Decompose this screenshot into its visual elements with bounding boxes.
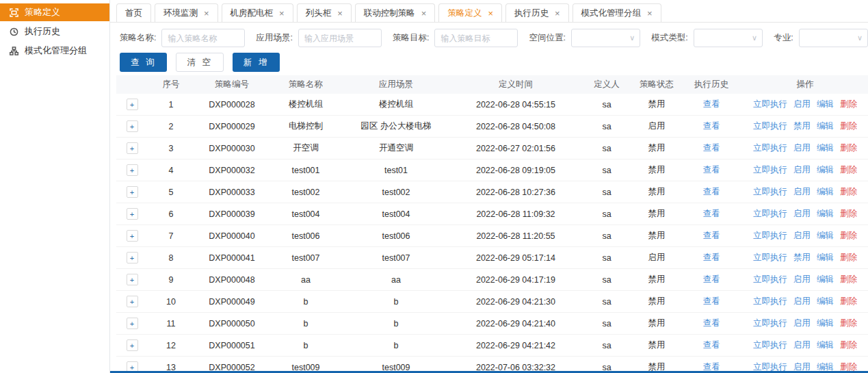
- expand-row-button[interactable]: +: [127, 230, 138, 242]
- sidebar-item-sitemap[interactable]: 模式化管理分组: [0, 42, 109, 60]
- edit-link[interactable]: 编辑: [817, 296, 834, 307]
- execute-now-link[interactable]: 立即执行: [753, 318, 787, 329]
- delete-link[interactable]: 删除: [840, 230, 857, 242]
- view-history-link[interactable]: 查看: [703, 362, 720, 372]
- execute-now-link[interactable]: 立即执行: [753, 230, 787, 242]
- view-history-link[interactable]: 查看: [703, 296, 720, 306]
- edit-link[interactable]: 编辑: [817, 318, 834, 329]
- delete-link[interactable]: 删除: [840, 318, 857, 329]
- view-history-link[interactable]: 查看: [703, 274, 720, 284]
- edit-link[interactable]: 编辑: [817, 252, 834, 263]
- tab[interactable]: 机房配电柜 ×: [222, 3, 293, 22]
- delete-link[interactable]: 删除: [840, 274, 857, 285]
- toggle-status-link[interactable]: 启用: [793, 230, 811, 242]
- view-history-link[interactable]: 查看: [703, 187, 720, 196]
- toggle-status-link[interactable]: 启用: [793, 339, 811, 351]
- delete-link[interactable]: 删除: [840, 99, 857, 110]
- delete-link[interactable]: 删除: [840, 142, 857, 154]
- edit-link[interactable]: 编辑: [817, 142, 834, 154]
- tab[interactable]: 策略定义 ×: [438, 3, 502, 22]
- close-icon[interactable]: ×: [204, 9, 209, 18]
- delete-link[interactable]: 删除: [840, 252, 857, 263]
- close-icon[interactable]: ×: [421, 9, 427, 18]
- close-icon[interactable]: ×: [337, 9, 343, 18]
- expand-row-button[interactable]: +: [127, 274, 138, 285]
- execute-now-link[interactable]: 立即执行: [753, 252, 787, 263]
- delete-link[interactable]: 删除: [840, 208, 857, 220]
- edit-link[interactable]: 编辑: [817, 164, 834, 176]
- tab[interactable]: 环境监测 ×: [155, 3, 218, 22]
- filter-input[interactable]: [161, 29, 245, 47]
- filter-select[interactable]: ∨: [571, 29, 640, 47]
- delete-link[interactable]: 删除: [840, 339, 857, 351]
- edit-link[interactable]: 编辑: [817, 339, 834, 351]
- toggle-status-link[interactable]: 启用: [793, 142, 811, 154]
- clear-button[interactable]: 清 空: [176, 53, 223, 72]
- view-history-link[interactable]: 查看: [703, 340, 720, 350]
- filter-input[interactable]: [298, 29, 382, 47]
- add-button[interactable]: 新 增: [233, 53, 280, 72]
- view-history-link[interactable]: 查看: [703, 99, 720, 109]
- edit-link[interactable]: 编辑: [817, 230, 834, 242]
- expand-row-button[interactable]: +: [127, 142, 138, 154]
- edit-link[interactable]: 编辑: [817, 274, 834, 285]
- tab[interactable]: 模式化管理分组 ×: [573, 3, 661, 22]
- toggle-status-link[interactable]: 启用: [793, 296, 811, 307]
- expand-row-button[interactable]: +: [127, 318, 138, 329]
- edit-link[interactable]: 编辑: [817, 186, 834, 198]
- view-history-link[interactable]: 查看: [703, 231, 720, 240]
- query-button[interactable]: 查 询: [120, 53, 167, 72]
- delete-link[interactable]: 删除: [840, 164, 857, 176]
- toggle-status-link[interactable]: 启用: [793, 99, 811, 110]
- filter-select[interactable]: ∨: [799, 29, 868, 47]
- expand-row-button[interactable]: +: [127, 296, 138, 307]
- execute-now-link[interactable]: 立即执行: [753, 274, 787, 285]
- execute-now-link[interactable]: 立即执行: [753, 339, 787, 351]
- tab[interactable]: 联动控制策略 ×: [355, 3, 436, 22]
- expand-row-button[interactable]: +: [127, 339, 138, 351]
- expand-row-button[interactable]: +: [127, 99, 138, 110]
- execute-now-link[interactable]: 立即执行: [753, 164, 787, 176]
- execute-now-link[interactable]: 立即执行: [753, 186, 787, 198]
- delete-link[interactable]: 删除: [840, 186, 857, 198]
- expand-row-button[interactable]: +: [127, 186, 138, 198]
- close-icon[interactable]: ×: [279, 9, 285, 18]
- execute-now-link[interactable]: 立即执行: [753, 99, 787, 110]
- sidebar-item-active[interactable]: 策略定义: [0, 3, 109, 21]
- view-history-link[interactable]: 查看: [703, 209, 720, 218]
- expand-row-button[interactable]: +: [127, 120, 138, 132]
- view-history-link[interactable]: 查看: [703, 165, 720, 175]
- view-history-link[interactable]: 查看: [703, 318, 720, 328]
- expand-row-button[interactable]: +: [127, 208, 138, 220]
- execute-now-link[interactable]: 立即执行: [753, 142, 787, 154]
- expand-row-button[interactable]: +: [127, 164, 138, 176]
- execute-now-link[interactable]: 立即执行: [753, 120, 787, 132]
- edit-link[interactable]: 编辑: [817, 208, 834, 220]
- sidebar-item-clock[interactable]: 执行历史: [0, 23, 109, 40]
- view-history-link[interactable]: 查看: [703, 143, 720, 153]
- tab[interactable]: 执行历史 ×: [505, 3, 569, 22]
- execute-now-link[interactable]: 立即执行: [753, 296, 787, 307]
- tab[interactable]: 列头柜 ×: [297, 3, 352, 22]
- execute-now-link[interactable]: 立即执行: [753, 208, 787, 220]
- toggle-status-link[interactable]: 启用: [793, 274, 811, 285]
- edit-link[interactable]: 编辑: [817, 99, 834, 110]
- view-history-link[interactable]: 查看: [703, 253, 720, 262]
- filter-input[interactable]: [434, 29, 518, 47]
- toggle-status-link[interactable]: 禁用: [793, 252, 811, 263]
- toggle-status-link[interactable]: 启用: [793, 164, 811, 176]
- close-icon[interactable]: ×: [555, 9, 560, 18]
- filter-select[interactable]: ∨: [694, 29, 763, 47]
- close-icon[interactable]: ×: [647, 9, 653, 18]
- toggle-status-link[interactable]: 禁用: [793, 120, 811, 132]
- toggle-status-link[interactable]: 启用: [793, 208, 811, 220]
- edit-link[interactable]: 编辑: [817, 120, 834, 132]
- toggle-status-link[interactable]: 启用: [793, 186, 811, 198]
- toggle-status-link[interactable]: 启用: [793, 318, 811, 329]
- delete-link[interactable]: 删除: [840, 120, 857, 132]
- expand-row-button[interactable]: +: [127, 252, 138, 263]
- view-history-link[interactable]: 查看: [703, 121, 720, 131]
- tab[interactable]: 首页: [116, 3, 151, 22]
- delete-link[interactable]: 删除: [840, 296, 857, 307]
- close-icon[interactable]: ×: [488, 9, 493, 18]
